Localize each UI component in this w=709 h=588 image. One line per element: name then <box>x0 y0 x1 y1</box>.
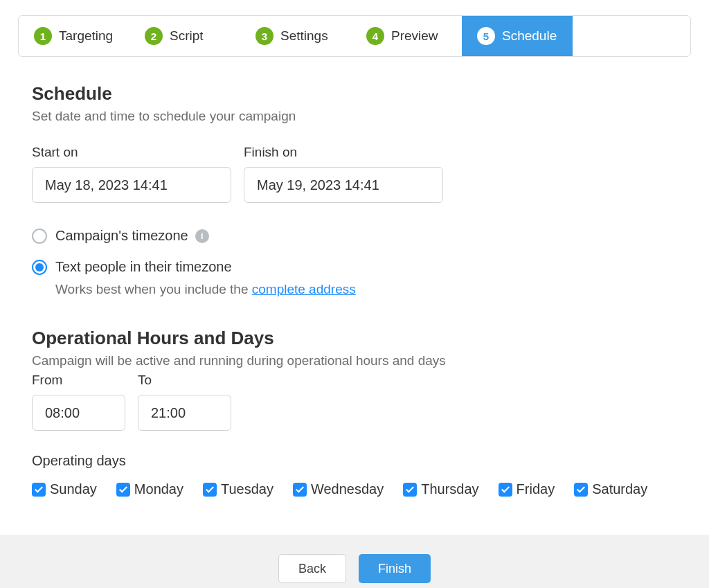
tab-settings[interactable]: 3 Settings <box>240 16 351 56</box>
tab-preview[interactable]: 4 Preview <box>351 16 462 56</box>
step-number-icon: 4 <box>366 27 384 45</box>
finish-button[interactable]: Finish <box>359 554 431 583</box>
tab-targeting[interactable]: 1 Targeting <box>19 16 129 56</box>
start-on-label: Start on <box>32 145 231 160</box>
day-label: Saturday <box>592 481 647 497</box>
to-time-input[interactable] <box>138 395 231 431</box>
footer: Back Finish <box>0 535 709 588</box>
tab-label: Script <box>170 28 204 44</box>
finish-on-label: Finish on <box>244 145 443 160</box>
wizard-tabs: 1 Targeting 2 Script 3 Settings 4 Previe… <box>18 15 691 57</box>
timezone-radio-group: Campaign's timezone i Text people in the… <box>32 228 691 297</box>
tab-label: Schedule <box>502 28 557 44</box>
radio-campaign-timezone[interactable] <box>32 229 47 244</box>
step-number-icon: 2 <box>145 27 163 45</box>
radio-help-text: Works best when you include the complete… <box>55 282 691 297</box>
to-label: To <box>138 373 231 388</box>
tab-label: Preview <box>391 28 438 44</box>
day-label: Thursday <box>421 481 478 497</box>
day-checkbox-saturday[interactable]: Saturday <box>574 481 647 497</box>
from-label: From <box>32 373 125 388</box>
step-number-icon: 3 <box>255 27 273 45</box>
day-label: Sunday <box>50 481 97 497</box>
operating-days-label: Operating days <box>32 453 691 469</box>
start-on-input[interactable] <box>32 167 231 203</box>
day-checkbox-wednesday[interactable]: Wednesday <box>293 481 384 497</box>
day-checkbox-friday[interactable]: Friday <box>499 481 555 497</box>
section-description: Set date and time to schedule your campa… <box>32 109 691 124</box>
day-label: Friday <box>517 481 555 497</box>
tab-schedule[interactable]: 5 Schedule <box>462 16 573 56</box>
tab-script[interactable]: 2 Script <box>129 16 240 56</box>
operational-section: Operational Hours and Days Campaign will… <box>18 328 691 497</box>
checkbox-icon <box>203 483 217 497</box>
checkbox-icon <box>293 483 307 497</box>
tab-label: Settings <box>280 28 328 44</box>
section-title: Operational Hours and Days <box>32 328 691 349</box>
radio-people-timezone[interactable] <box>32 260 47 275</box>
day-checkbox-tuesday[interactable]: Tuesday <box>203 481 273 497</box>
finish-on-input[interactable] <box>244 167 443 203</box>
schedule-section: Schedule Set date and time to schedule y… <box>18 83 691 297</box>
radio-label: Text people in their timezone <box>55 259 232 275</box>
step-number-icon: 1 <box>34 27 52 45</box>
info-icon[interactable]: i <box>195 229 209 243</box>
back-button[interactable]: Back <box>278 554 346 583</box>
day-label: Wednesday <box>311 481 384 497</box>
day-label: Tuesday <box>221 481 273 497</box>
checkbox-icon <box>403 483 417 497</box>
checkbox-icon <box>574 483 588 497</box>
from-time-input[interactable] <box>32 395 125 431</box>
tab-label: Targeting <box>59 28 113 44</box>
checkbox-icon <box>32 483 46 497</box>
step-number-icon: 5 <box>477 27 495 45</box>
day-checkbox-thursday[interactable]: Thursday <box>403 481 478 497</box>
complete-address-link[interactable]: complete address <box>252 282 356 296</box>
day-checkbox-sunday[interactable]: Sunday <box>32 481 97 497</box>
section-description: Campaign will be active and running duri… <box>32 353 691 368</box>
section-title: Schedule <box>32 83 691 105</box>
checkbox-icon <box>116 483 130 497</box>
day-label: Monday <box>134 481 183 497</box>
radio-label: Campaign's timezone <box>55 228 188 244</box>
day-checkbox-monday[interactable]: Monday <box>116 481 183 497</box>
operating-days-row: Sunday Monday Tuesday Wednesday Thursday… <box>32 481 691 497</box>
checkbox-icon <box>499 483 512 497</box>
